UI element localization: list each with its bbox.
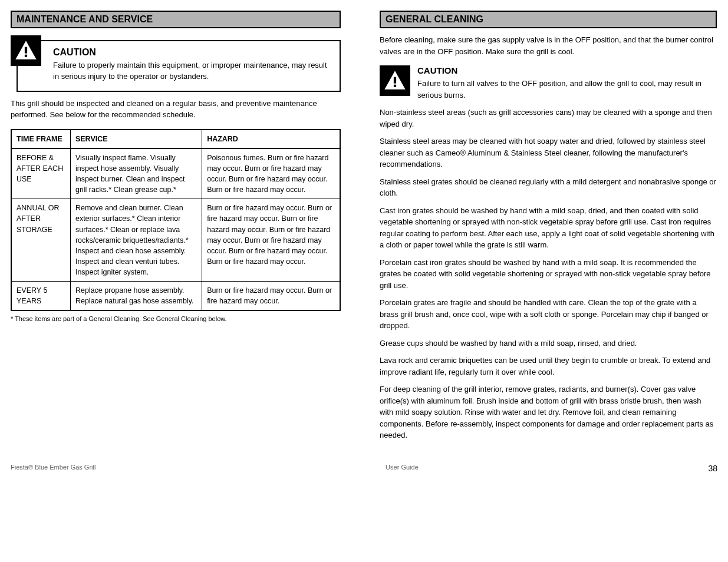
section-header-cleaning: GENERAL CLEANING [380, 11, 717, 28]
caution-title: CAUTION [53, 47, 331, 58]
page-number: 38 [708, 464, 717, 473]
caution-block: CAUTION Failure to turn all valves to th… [380, 65, 717, 101]
caution-title: CAUTION [417, 65, 717, 75]
footer-center: User Guide [386, 464, 419, 473]
section-header-maintenance: MAINTENANCE AND SERVICE [11, 11, 341, 28]
para: Stainless steel areas may be cleaned wit… [380, 135, 717, 170]
cell-service: Remove and clean burner. Clean exterior … [70, 199, 202, 282]
left-column: MAINTENANCE AND SERVICE CAUTION Failure … [11, 11, 341, 447]
cell-hazard: Burn or fire hazard may occur. Burn or f… [202, 199, 340, 282]
para: Grease cups should be washed by hand wit… [380, 338, 717, 349]
cell-service: Visually inspect flame. Visually inspect… [70, 148, 202, 199]
cell-hazard: Poisonous fumes. Burn or fire hazard may… [202, 148, 340, 199]
footer-left: Fiesta® Blue Ember Gas Grill [11, 464, 95, 473]
maintenance-schedule-table: TIME FRAME SERVICE HAZARD BEFORE & AFTER… [11, 129, 341, 312]
table-header-row: TIME FRAME SERVICE HAZARD [11, 130, 340, 148]
cell-time: BEFORE & AFTER EACH USE [11, 148, 70, 199]
para: Non-stainless steel areas (such as grill… [380, 107, 717, 130]
page: MAINTENANCE AND SERVICE CAUTION Failure … [0, 0, 728, 447]
caution-text: Failure to turn all valves to the OFF po… [417, 78, 717, 101]
para: Porcelain grates are fragile and should … [380, 297, 717, 332]
cleaning-intro: Before cleaning, make sure the gas suppl… [380, 34, 717, 57]
footnote: * These items are part of a General Clea… [11, 315, 341, 323]
table-row: BEFORE & AFTER EACH USE Visually inspect… [11, 148, 340, 199]
caution-text: Failure to properly maintain this equipm… [53, 60, 331, 82]
th-time: TIME FRAME [11, 130, 70, 148]
para: Stainless steel grates should be cleaned… [380, 176, 717, 199]
para: For deep cleaning of the grill interior,… [380, 384, 717, 441]
th-hazard: HAZARD [202, 130, 340, 148]
right-column: GENERAL CLEANING Before cleaning, make s… [380, 11, 717, 447]
warning-icon [380, 65, 410, 96]
caution-box: CAUTION Failure to properly maintain thi… [11, 40, 341, 92]
cell-hazard: Burn or fire hazard may occur. Burn or f… [202, 282, 340, 311]
page-footer: Fiesta® Blue Ember Gas Grill User Guide … [0, 447, 728, 480]
table-row: EVERY 5 YEARS Replace propane hose assem… [11, 282, 340, 311]
para: Lava rock and ceramic briquettes can be … [380, 355, 717, 378]
para: Porcelain cast iron grates should be was… [380, 257, 717, 292]
warning-icon [11, 35, 41, 66]
table-row: ANNUAL OR AFTER STORAGE Remove and clean… [11, 199, 340, 282]
cell-time: ANNUAL OR AFTER STORAGE [11, 199, 70, 282]
cell-time: EVERY 5 YEARS [11, 282, 70, 311]
intro-text: This grill should be inspected and clean… [11, 98, 341, 121]
cell-service: Replace propane hose assembly. Replace n… [70, 282, 202, 311]
th-service: SERVICE [70, 130, 202, 148]
para: Cast iron grates should be washed by han… [380, 205, 717, 251]
